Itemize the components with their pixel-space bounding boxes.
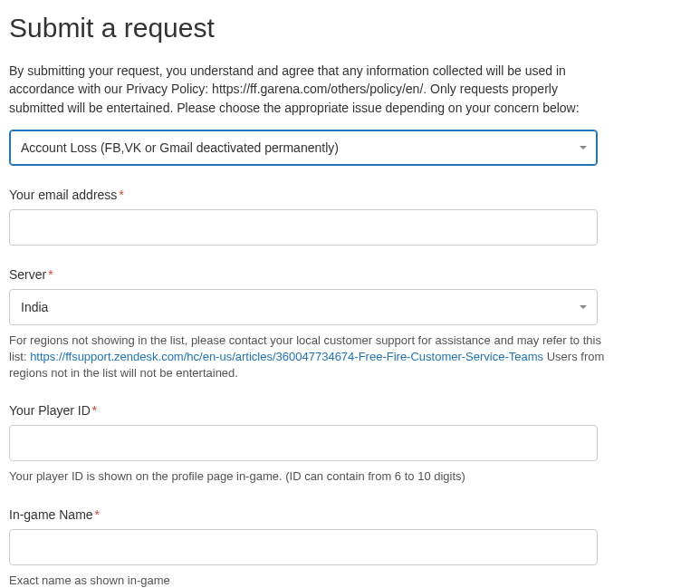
server-select[interactable]: India bbox=[9, 289, 598, 325]
chevron-down-icon bbox=[580, 146, 587, 149]
intro-text: By submitting your request, you understa… bbox=[9, 62, 607, 117]
ign-label-text: In-game Name bbox=[9, 507, 93, 522]
server-label-text: Server bbox=[9, 267, 46, 282]
server-label: Server* bbox=[9, 267, 691, 282]
player-id-label-text: Your Player ID bbox=[9, 403, 91, 418]
issue-type-value: Account Loss (FB,VK or Gmail deactivated… bbox=[21, 140, 339, 155]
issue-type-select[interactable]: Account Loss (FB,VK or Gmail deactivated… bbox=[9, 130, 598, 166]
player-id-label: Your Player ID* bbox=[9, 403, 691, 418]
chevron-down-icon bbox=[580, 305, 587, 309]
required-asterisk: * bbox=[48, 267, 53, 282]
player-id-field[interactable] bbox=[9, 425, 598, 461]
page-title: Submit a request bbox=[9, 13, 691, 43]
ign-field[interactable] bbox=[9, 529, 598, 565]
server-hint-link[interactable]: https://ffsupport.zendesk.com/hc/en-us/a… bbox=[30, 350, 543, 363]
server-value: India bbox=[21, 300, 48, 314]
email-field[interactable] bbox=[9, 209, 598, 246]
ign-label: In-game Name* bbox=[9, 507, 691, 522]
required-asterisk: * bbox=[95, 507, 100, 522]
ign-hint: Exact name as shown in-game bbox=[9, 573, 607, 588]
required-asterisk: * bbox=[119, 188, 123, 202]
required-asterisk: * bbox=[92, 403, 97, 418]
email-label: Your email address* bbox=[9, 188, 691, 202]
email-label-text: Your email address bbox=[9, 188, 117, 202]
server-hint: For regions not showing in the list, ple… bbox=[9, 333, 607, 382]
player-id-hint: Your player ID is shown on the profile p… bbox=[9, 468, 607, 485]
